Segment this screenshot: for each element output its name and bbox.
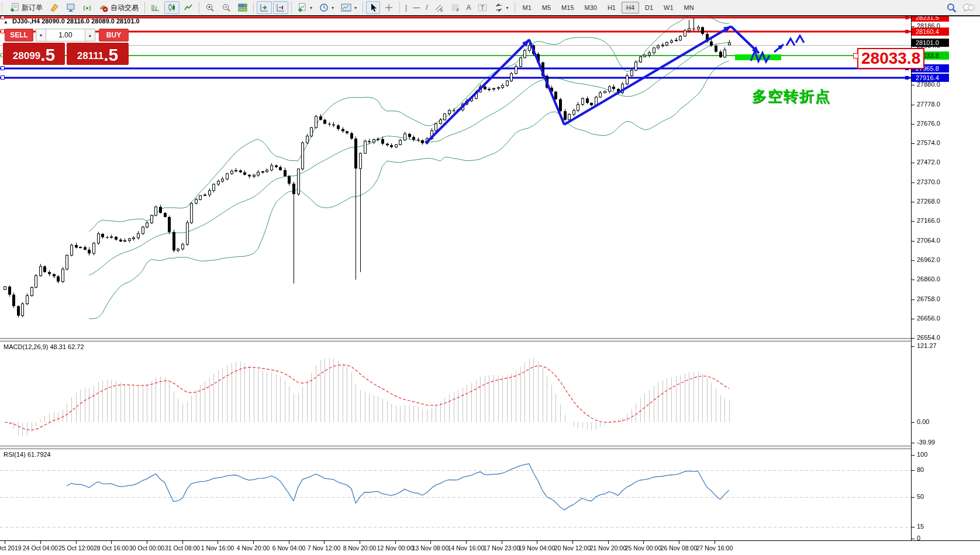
axis-tick-mark <box>912 105 915 105</box>
clock-icon <box>319 3 329 12</box>
svg-text:F: F <box>457 8 459 12</box>
volume-decrease-button[interactable]: ▼ <box>36 29 46 42</box>
timeframe-d1[interactable]: D1 <box>640 2 658 13</box>
axis-tick-mark <box>912 527 915 528</box>
terminal-icon <box>66 3 75 12</box>
price-level-badge: 28101.0 <box>912 39 949 47</box>
trading-platform-window: 新订单 自动交易 <box>0 0 980 555</box>
indicators-button[interactable]: ▾ <box>295 1 315 14</box>
one-click-trade-panel: SELL ▼ ▲ BUY 28099 .5 28111 .5 <box>3 29 130 65</box>
new-order-button[interactable]: 新订单 <box>7 1 46 15</box>
zoom-in-icon <box>205 3 215 12</box>
search-icon[interactable] <box>947 3 957 13</box>
time-axis-label: 12 Nov 00:00 <box>377 544 413 551</box>
cursor-tool-button[interactable] <box>366 1 380 14</box>
chinese-annotation[interactable]: 多空转折点 <box>752 87 831 106</box>
axis-tick-mark <box>912 539 915 539</box>
toolbar-separator <box>291 2 292 13</box>
time-axis-label: 25 Oct 12:00 <box>58 544 94 551</box>
tile-windows-button[interactable] <box>235 1 250 14</box>
crosshair-icon <box>384 3 394 12</box>
fibonacci-tool[interactable]: F <box>448 1 463 14</box>
timeframe-w1[interactable]: W1 <box>659 2 678 13</box>
macd-tick-label: 0.00 <box>917 418 929 425</box>
timeframe-m5[interactable]: M5 <box>537 2 555 13</box>
new-order-label: 新订单 <box>22 3 43 13</box>
toolbar-grip <box>2 2 5 13</box>
time-axis-label: 31 Oct 08:00 <box>165 544 200 551</box>
timeframe-m30[interactable]: M30 <box>580 2 602 13</box>
sell-button[interactable]: SELL <box>5 29 33 42</box>
time-axis-label: 27 Nov 16:00 <box>696 544 733 551</box>
buy-button[interactable]: BUY <box>99 29 129 42</box>
time-axis-label: 4 Nov 20:00 <box>237 544 270 551</box>
axis-tick-mark <box>912 124 915 125</box>
svg-text:T: T <box>481 5 484 11</box>
trendline-tool[interactable]: / <box>423 3 430 12</box>
auto-trading-button[interactable]: 自动交易 <box>96 1 142 15</box>
price-annotation-label[interactable]: 28033.8 <box>857 48 924 69</box>
time-axis[interactable]: 22 Oct 201924 Oct 04:0025 Oct 12:0028 Oc… <box>0 540 980 555</box>
time-axis-label: 20 Nov 12:00 <box>554 544 591 551</box>
zoom-out-button[interactable] <box>219 1 234 14</box>
chart-canvas[interactable] <box>0 0 980 555</box>
time-axis-label: 8 Nov 20:00 <box>343 544 377 551</box>
vertical-line-tool[interactable]: | <box>402 3 410 12</box>
price-tick-label: 26962.0 <box>917 256 940 263</box>
chat-icon[interactable] <box>962 3 975 12</box>
arrows-dropdown-caret: ▾ <box>506 5 509 11</box>
price-tick-label: 26860.0 <box>917 275 940 282</box>
market-watch-button[interactable] <box>63 1 78 14</box>
crosshair-tool-button[interactable] <box>381 1 396 14</box>
equidistant-channel-tool[interactable]: E <box>432 1 447 14</box>
annotation-anchor-handle[interactable] <box>853 53 858 58</box>
arrows-tool[interactable]: ▾ <box>491 1 512 14</box>
chart-symbol: DJ30-,H4 <box>12 18 40 25</box>
timeframe-h1[interactable]: H1 <box>603 2 620 13</box>
chart-ohlc-values: 28090.0 28116.0 28089.0 28101.0 <box>42 18 140 25</box>
candlestick-mode-button[interactable] <box>164 1 180 14</box>
axis-tick-mark <box>912 260 915 261</box>
time-axis-label: 19 Nov 04:00 <box>519 544 555 551</box>
axis-tick-mark <box>912 241 915 242</box>
periods-button[interactable]: ▾ <box>316 1 337 14</box>
timeframe-h4[interactable]: H4 <box>622 2 639 13</box>
text-tool[interactable]: A <box>464 3 474 12</box>
time-axis-label: 28 Oct 16:00 <box>94 544 129 551</box>
timeframe-mn[interactable]: MN <box>679 2 699 13</box>
timeframe-m15[interactable]: M15 <box>557 2 578 13</box>
bar-chart-mode-button[interactable] <box>148 1 163 14</box>
panel-divider[interactable] <box>0 446 980 449</box>
time-axis-label: 24 Oct 04:00 <box>23 544 58 551</box>
line-chart-icon <box>184 3 193 12</box>
tile-windows-icon <box>238 3 247 12</box>
line-chart-mode-button[interactable] <box>181 1 196 14</box>
fibonacci-icon: F <box>451 3 460 12</box>
rsi-tick-label: 50 <box>917 493 924 500</box>
sell-price-box[interactable]: 28099 .5 <box>3 43 65 65</box>
auto-trading-label: 自动交易 <box>111 3 139 13</box>
auto-scroll-button[interactable] <box>273 1 288 14</box>
zoom-in-button[interactable] <box>202 1 218 14</box>
volume-increase-button[interactable]: ▲ <box>85 29 95 42</box>
horizontal-line-tool[interactable]: — <box>410 3 423 12</box>
time-axis-label: 7 Nov 12:00 <box>308 544 341 551</box>
chart-shift-button[interactable] <box>257 1 272 14</box>
signals-button[interactable] <box>80 1 95 14</box>
templates-button[interactable]: ▾ <box>338 2 360 13</box>
macd-tick-label: -39.99 <box>917 439 935 446</box>
timeframe-m1[interactable]: M1 <box>518 2 536 13</box>
time-axis-label: 13 Nov 08:00 <box>412 544 448 551</box>
chart-context-icon: ▲ <box>4 19 8 25</box>
time-axis-label: 6 Nov 04:00 <box>272 544 306 551</box>
text-label-tool[interactable]: T <box>475 1 490 14</box>
macd-value-main: 48.31 <box>50 343 66 350</box>
styler-button[interactable] <box>47 1 62 14</box>
buy-price-box[interactable]: 28111 .5 <box>67 43 129 65</box>
rsi-tick-label: 15 <box>917 523 924 530</box>
price-axis[interactable]: 28186.028084.027880.027778.027676.027574… <box>911 15 980 540</box>
axis-tick-mark <box>912 85 915 85</box>
periods-dropdown-caret: ▾ <box>332 5 334 11</box>
panel-divider[interactable] <box>0 338 980 342</box>
volume-input[interactable] <box>46 29 85 42</box>
